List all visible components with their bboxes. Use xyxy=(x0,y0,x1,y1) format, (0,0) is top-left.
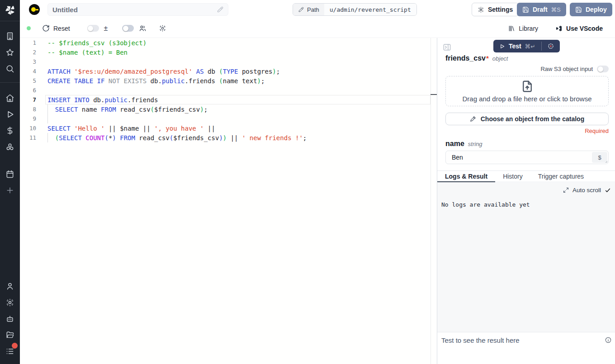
tab-logs-result[interactable]: Logs & Result xyxy=(437,171,495,182)
tab-trigger-captures[interactable]: Trigger captures xyxy=(530,171,591,182)
path-button[interactable]: Path u/admin/reverent_script xyxy=(293,3,417,16)
top-bar: Untitled Path u/admin/reverent_script Se… xyxy=(20,0,615,19)
save-icon xyxy=(575,6,582,13)
raw-s3-label: Raw S3 object input xyxy=(540,66,593,72)
settings-label: Settings xyxy=(488,6,513,13)
choose-object-button[interactable]: Choose an object from the catalog xyxy=(445,113,609,125)
reset-label[interactable]: Reset xyxy=(53,25,70,32)
code-line-8[interactable]: 8 SELECT name FROM read_csv($friends_csv… xyxy=(20,104,437,114)
reset-icon[interactable] xyxy=(42,24,50,32)
code-line-5[interactable]: 5CREATE TABLE IF NOT EXISTS db.public.fr… xyxy=(20,76,437,85)
tab-history[interactable]: History xyxy=(495,171,530,182)
edit-path-icon xyxy=(298,7,304,13)
code-line-3[interactable]: 3 xyxy=(20,57,437,66)
code-text[interactable]: SELECT name FROM read_csv($friends_csv); xyxy=(36,106,208,113)
assistant-toggle[interactable] xyxy=(122,25,134,32)
status-dot xyxy=(27,26,31,30)
info-icon[interactable] xyxy=(605,336,612,344)
code-text[interactable]: (SELECT COUNT(*) FROM read_csv($friends_… xyxy=(36,134,307,142)
sidebar-item-home[interactable] xyxy=(5,94,14,103)
required-hint: Required xyxy=(445,128,609,134)
script-title-input[interactable]: Untitled xyxy=(47,3,228,16)
library-label: Library xyxy=(519,25,538,32)
code-text[interactable]: ATTACH '$res:u/demo/amazed_postgresql' A… xyxy=(36,68,280,75)
line-number: 5 xyxy=(20,77,36,84)
editor-settings-icon[interactable] xyxy=(159,24,166,32)
autoscroll-control[interactable]: Auto scroll xyxy=(563,187,611,194)
panel-tabs: Logs & Result History Trigger captures xyxy=(437,170,615,182)
code-line-11[interactable]: 11 (SELECT COUNT(*) FROM read_csv($frien… xyxy=(20,133,437,142)
arg-name-header: name string xyxy=(445,140,609,148)
draft-button[interactable]: Draft ⌘S xyxy=(517,3,566,16)
script-title: Untitled xyxy=(52,6,217,14)
sidebar-item-resources[interactable] xyxy=(5,142,14,151)
notification-badge xyxy=(12,343,18,349)
left-sidebar xyxy=(0,0,20,364)
code-text[interactable]: CREATE TABLE IF NOT EXISTS db.public.fri… xyxy=(36,77,265,85)
sidebar-item-schedules[interactable] xyxy=(5,170,14,179)
path-label-segment[interactable]: Path xyxy=(293,4,324,15)
draft-label: Draft xyxy=(533,6,548,13)
editor-overview-ruler[interactable] xyxy=(430,38,431,364)
users-icon xyxy=(139,24,147,32)
line-number: 8 xyxy=(20,106,36,113)
name-input[interactable] xyxy=(446,151,608,164)
test-button-group: Test ⌘↵ xyxy=(493,40,560,52)
pipette-icon xyxy=(470,116,476,122)
path-value[interactable]: u/admin/reverent_script xyxy=(324,4,416,15)
code-line-4[interactable]: 4ATTACH '$res:u/demo/amazed_postgresql' … xyxy=(20,66,437,76)
code-lines: 1-- $friends_csv (s3object)2-- $name (te… xyxy=(20,38,437,142)
check-icon[interactable] xyxy=(605,187,611,194)
use-vscode-button[interactable]: Use VScode xyxy=(555,25,603,32)
code-text[interactable]: INSERT INTO db.public.friends xyxy=(36,96,158,104)
line-number: 1 xyxy=(20,39,36,46)
library-button[interactable]: Library xyxy=(508,25,538,32)
resize-grip-icon[interactable] xyxy=(603,159,608,163)
code-line-10[interactable]: 10SELECT 'Hello ' || $name || ', you hav… xyxy=(20,123,437,133)
test-button[interactable]: Test ⌘↵ xyxy=(493,40,541,52)
plus-minus-icon[interactable]: ± xyxy=(104,24,108,33)
code-line-2[interactable]: 2-- $name (text) = Ben xyxy=(20,47,437,57)
result-area: Test to see the result here xyxy=(437,333,615,364)
windmill-logo-icon[interactable] xyxy=(5,5,15,15)
expand-icon[interactable] xyxy=(563,187,569,193)
capture-target-icon xyxy=(547,43,554,50)
line-number: 11 xyxy=(20,134,36,141)
capture-button[interactable] xyxy=(542,40,560,52)
sidebar-item-runs[interactable] xyxy=(5,110,14,119)
raw-s3-toggle[interactable] xyxy=(597,66,609,72)
code-editor[interactable]: 1-- $friends_csv (s3object)2-- $name (te… xyxy=(20,38,437,364)
arg-object-header: friends_csv* object xyxy=(445,54,609,62)
code-line-1[interactable]: 1-- $friends_csv (s3object) xyxy=(20,38,437,47)
code-text[interactable]: SELECT 'Hello ' || $name || ', you have … xyxy=(36,125,215,132)
code-line-6[interactable]: 6 xyxy=(20,85,437,95)
line-number: 10 xyxy=(20,125,36,132)
sidebar-item-settings[interactable] xyxy=(5,298,14,307)
edit-title-icon[interactable] xyxy=(217,6,223,13)
sidebar-item-variables[interactable] xyxy=(5,126,14,135)
vscode-label: Use VScode xyxy=(566,25,603,32)
test-panel: Test ⌘↵ friends_csv* object Raw S3 objec… xyxy=(437,38,615,364)
save-icon xyxy=(522,6,529,13)
sidebar-item-user[interactable] xyxy=(5,282,14,291)
sidebar-item-folders[interactable] xyxy=(5,331,14,340)
indent-guide xyxy=(47,104,48,123)
sidebar-item-workspace[interactable] xyxy=(5,32,14,41)
choose-object-label: Choose an object from the catalog xyxy=(481,115,584,123)
sidebar-item-workers[interactable] xyxy=(5,314,14,323)
settings-button[interactable]: Settings xyxy=(472,3,519,16)
deploy-button[interactable]: Deploy xyxy=(570,3,612,16)
code-text[interactable]: -- $name (text) = Ben xyxy=(36,49,128,56)
sidebar-item-add[interactable] xyxy=(5,186,14,195)
sidebar-item-search[interactable] xyxy=(5,64,14,73)
diff-toggle[interactable] xyxy=(87,25,99,32)
panel-collapse-icon[interactable] xyxy=(443,43,451,52)
file-dropzone[interactable]: Drag and drop a file here or click to br… xyxy=(445,76,609,106)
sidebar-item-favorites[interactable] xyxy=(5,48,14,57)
dropzone-text: Drag and drop a file here or click to br… xyxy=(463,95,592,103)
logs-area: Auto scroll No logs are available yet xyxy=(437,183,615,332)
code-text[interactable]: -- $friends_csv (s3object) xyxy=(36,39,147,47)
code-line-7[interactable]: 7INSERT INTO db.public.friends xyxy=(20,95,437,104)
duckdb-language-icon xyxy=(29,4,40,15)
code-line-9[interactable]: 9 xyxy=(20,114,437,123)
